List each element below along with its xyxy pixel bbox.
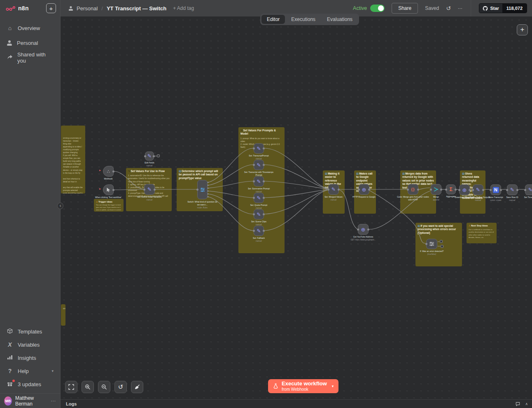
sticky-note-bottom-partial[interactable]: om — [61, 304, 65, 326]
fit-view-button[interactable] — [65, 381, 77, 393]
note-icon: ▤ — [179, 170, 181, 173]
sticky-note-next-steps[interactable]: ⚠Next Step Ideas Use a webhook to send d… — [467, 223, 497, 243]
output-endpoint[interactable] — [157, 154, 160, 157]
pen-icon: ✎ — [257, 195, 261, 201]
sidebar-item-label: Overview — [18, 25, 40, 31]
zoom-out-button[interactable] — [98, 381, 110, 393]
add-tag-button[interactable]: + Add tag — [173, 5, 194, 11]
chevron-down-icon: ▾ — [332, 384, 334, 388]
execute-workflow-button[interactable]: Execute workflow from Webhook ▾ — [268, 379, 338, 393]
node-set-fields-define-outputs[interactable]: ✎ Set Fields: Define Outputsmanual — [473, 184, 483, 195]
node-manual-trigger[interactable]: When clicking 'Test workflow' — [103, 184, 114, 195]
node-http-request-google[interactable]: ⊕ HTTP Request to Google — [359, 184, 369, 195]
logs-actions: ∧ — [516, 402, 528, 406]
breadcrumb-project[interactable]: Personal — [77, 5, 98, 12]
n8n-logo-icon — [6, 6, 16, 11]
add-node-button[interactable]: + — [517, 24, 528, 35]
logs-panel[interactable]: Logs ∧ — [61, 399, 532, 408]
sidebar-collapse-button[interactable]: ‹ — [57, 203, 63, 209]
node-merge[interactable]: Mergeappend — [431, 184, 441, 195]
more-menu-icon[interactable]: ⋯ — [458, 6, 463, 11]
sticky-body: Use a webhook to send data to another de… — [469, 228, 495, 239]
zoom-in-button[interactable] — [82, 381, 94, 393]
sidebar-item-variables[interactable]: X Variables — [0, 338, 60, 351]
user-name: Matthew Berman — [15, 395, 47, 407]
github-star-widget[interactable]: Star 118,072 — [479, 3, 527, 13]
updates-badge — [12, 380, 15, 382]
user-menu[interactable]: MB Matthew Berman ⋯ — [0, 393, 60, 408]
tab-evaluations[interactable]: Evaluations — [322, 15, 358, 24]
sidebar-item-label: Shared with you — [17, 51, 54, 64]
history-icon[interactable]: ↺ — [446, 5, 451, 12]
node-set-initial-variables[interactable]: ✎ Set: Define initial Variablesmanual — [144, 184, 155, 195]
sidebar-item-label: Templates — [18, 329, 42, 335]
sticky-note-error-processing[interactable]: ▤If you want to add special processing w… — [415, 223, 462, 266]
chat-icon[interactable] — [516, 402, 520, 406]
tidy-up-button[interactable] — [131, 381, 143, 393]
sidebar-item-updates[interactable]: 3 updates — [0, 378, 60, 391]
node-aggregate[interactable]: Σ Aggregate — [446, 184, 456, 194]
sidebar-item-shared[interactable]: Shared with you — [0, 50, 60, 65]
node-set-timestamps[interactable]: ✎ Set Timesta... — [525, 184, 532, 195]
node-set-transcript-timestamps-prompt[interactable]: ✎ Set: Transcript with Timestamps Prompt… — [254, 160, 264, 170]
trigger-pin-icon: ▸ — [99, 187, 101, 191]
globe-icon: ⊕ — [462, 187, 467, 193]
node-set-fallback[interactable]: ✎ Set: Fallbackmanual — [254, 226, 264, 236]
user-more-icon[interactable]: ⋯ — [51, 398, 56, 404]
node-set-merged-values[interactable]: ✎ Set: Merged Valuesmanual — [328, 184, 339, 195]
node-set-scene-clips[interactable]: ✎ Set: Scene Clipsmanual — [254, 209, 264, 219]
sidebar-item-label: Personal — [17, 40, 38, 46]
node-if-error[interactable]: If: Was an error detected?[true/false] — [426, 239, 437, 249]
pen-icon: ✎ — [257, 146, 261, 152]
active-toggle[interactable] — [370, 5, 385, 12]
execute-label: Execute workflow — [282, 381, 327, 387]
true-branch-endpoint[interactable] — [440, 240, 443, 243]
sticky-note-trigger-ideas[interactable]: ⚠Trigger ideas You can change the trigge… — [94, 199, 124, 212]
tab-editor[interactable]: Editor — [261, 15, 285, 24]
sticky-note-left-partial[interactable]: orming a summary or transcript – timest-… — [61, 126, 85, 194]
node-download-thumbnail[interactable]: ⊕ Download Thumbnail — [459, 184, 470, 195]
workflow-title[interactable]: YT Transcript — Switch — [107, 5, 166, 12]
github-star-button[interactable]: Star — [479, 4, 502, 13]
sidebar: n8n + ⌂ Overview Personal Shared with yo… — [0, 0, 61, 408]
sticky-body: You can change the trigger to meet your … — [96, 204, 121, 212]
node-set-transcript-prompt[interactable]: ✎ Set: TranscriptPromptmanual — [254, 143, 264, 154]
workflow-canvas[interactable]: orming a summary or transcript – timest-… — [61, 16, 532, 399]
note-icon: ▤ — [418, 224, 420, 227]
sidebar-item-overview[interactable]: ⌂ Overview — [0, 21, 60, 35]
new-workflow-button[interactable]: + — [46, 3, 56, 13]
node-code-merge[interactable]: {} Code: Merge gets from prior nodes wit… — [408, 184, 418, 195]
node-webhook[interactable]: ∴ Webhook — [103, 166, 114, 177]
sidebar-bottom: Templates X Variables Insights ? Help ▾ … — [0, 325, 60, 393]
node-get-youtube-address[interactable]: ⊕ Get YouTube AddressGET: https://www.go… — [358, 224, 369, 235]
sidebar-item-help[interactable]: ? Help ▾ — [0, 364, 60, 378]
reset-zoom-button[interactable]: ↺ — [114, 381, 127, 393]
node-store-transcript[interactable]: N Store Transcriptnotion: create — [490, 184, 501, 195]
sidebar-item-label: 3 updates — [18, 381, 41, 387]
node-save-row-id[interactable]: ✎ Save Row IDmanual — [507, 184, 518, 195]
sidebar-item-templates[interactable]: Templates — [0, 325, 60, 338]
node-switch[interactable]: Switch: What kind of question do we want… — [197, 180, 208, 199]
note-icon: ▤ — [462, 172, 464, 175]
sidebar-item-personal[interactable]: Personal — [0, 35, 60, 50]
note-icon: ▤ — [325, 172, 327, 175]
sidebar-item-insights[interactable]: Insights — [0, 351, 60, 364]
notion-icon: N — [493, 187, 499, 193]
filter-icon — [429, 242, 434, 246]
node-edit-fields[interactable]: ✎ Edit Fieldsmanual — [145, 152, 154, 161]
sticky-title: Next Step Ideas — [471, 224, 488, 227]
tab-executions[interactable]: Executions — [286, 15, 321, 24]
note-icon: ▤ — [356, 172, 359, 175]
pen-icon: ✎ — [147, 153, 152, 159]
execute-sublabel: from Webhook — [282, 387, 327, 392]
share-button[interactable]: Share — [392, 3, 418, 14]
expand-logs-icon[interactable]: ∧ — [525, 402, 528, 406]
false-branch-endpoint[interactable] — [441, 245, 443, 248]
node-set-quote-prompt[interactable]: ✎ Set: Quote Promptmanual — [254, 193, 264, 203]
sticky-title: If you want to add special processing wh… — [418, 224, 456, 234]
package-icon — [7, 328, 13, 335]
sidebar-item-label: Variables — [18, 342, 40, 348]
project-person-icon — [68, 6, 73, 10]
node-set-summarize-prompt[interactable]: ✎ Set: Summarize Promptmanual — [254, 176, 264, 187]
pen-icon: ✎ — [510, 187, 514, 193]
